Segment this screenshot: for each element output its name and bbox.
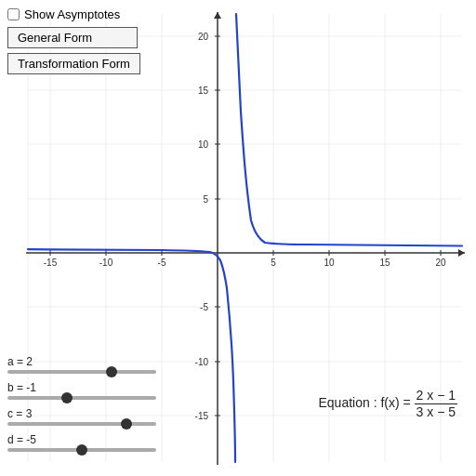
slider-a-row: a = 2 (7, 355, 193, 374)
svg-marker-18 (214, 12, 221, 19)
slider-b-thumb[interactable] (61, 392, 73, 403)
slider-b-track[interactable] (7, 396, 156, 400)
slider-b-row: b = -1 (7, 381, 193, 400)
svg-text:-10: -10 (195, 357, 209, 367)
equation-denominator: 3 x − 5 (415, 404, 457, 420)
slider-c-track[interactable] (7, 422, 156, 426)
svg-text:10: 10 (198, 139, 209, 150)
slider-d-track[interactable] (7, 448, 156, 452)
svg-text:-5: -5 (200, 302, 208, 312)
svg-text:20: 20 (198, 32, 209, 42)
general-form-button[interactable]: General Form (7, 27, 138, 48)
slider-a-track[interactable] (7, 370, 156, 374)
svg-text:-15: -15 (44, 258, 58, 268)
slider-c-row: c = 3 (7, 407, 193, 426)
svg-text:-10: -10 (99, 258, 113, 268)
slider-c-label: c = 3 (7, 407, 193, 420)
equation-fraction: 2 x − 1 3 x − 5 (415, 388, 457, 420)
slider-a-thumb[interactable] (106, 366, 117, 377)
show-asymptotes-checkbox[interactable] (7, 8, 20, 20)
svg-text:5: 5 (271, 258, 276, 268)
equation-prefix: Equation : f(x) = (318, 395, 414, 410)
svg-text:20: 20 (435, 258, 446, 268)
svg-marker-16 (458, 249, 465, 257)
slider-d-label: d = -5 (7, 433, 193, 446)
sliders-panel: a = 2 b = -1 c = 3 d = -5 (7, 355, 193, 459)
svg-text:10: 10 (324, 258, 335, 268)
svg-text:15: 15 (198, 86, 209, 96)
controls-panel: Show Asymptotes General Form Transformat… (7, 7, 140, 79)
svg-text:-5: -5 (158, 258, 166, 268)
svg-text:5: 5 (203, 194, 208, 205)
equation-numerator: 2 x − 1 (415, 388, 457, 404)
transformation-form-button[interactable]: Transformation Form (7, 53, 140, 74)
slider-d-thumb[interactable] (76, 444, 87, 456)
svg-text:-15: -15 (195, 411, 209, 421)
slider-a-label: a = 2 (7, 355, 193, 368)
show-asymptotes-row: Show Asymptotes (7, 7, 140, 21)
equation-display: Equation : f(x) = 2 x − 1 3 x − 5 (318, 388, 457, 420)
slider-b-label: b = -1 (7, 381, 193, 394)
slider-d-row: d = -5 (7, 433, 193, 452)
show-asymptotes-label[interactable]: Show Asymptotes (24, 7, 120, 21)
slider-c-thumb[interactable] (121, 418, 132, 430)
svg-text:15: 15 (379, 258, 390, 268)
